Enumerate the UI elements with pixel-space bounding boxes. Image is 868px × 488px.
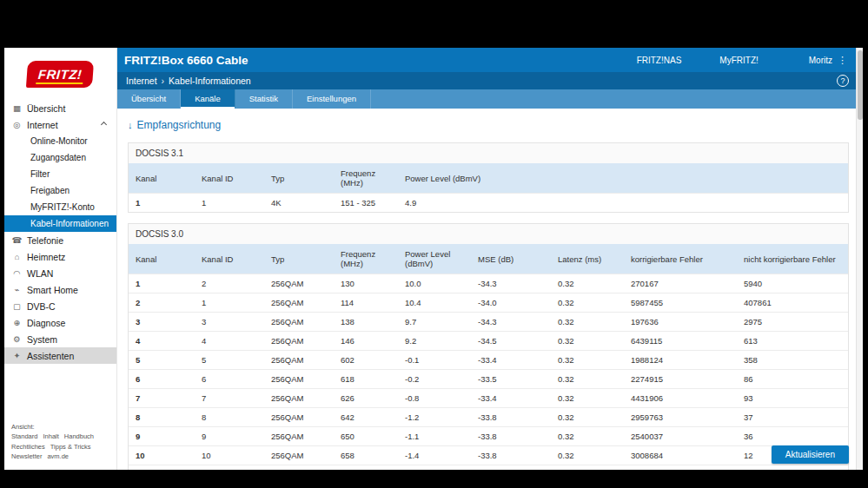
footer-link-ansicht-standard[interactable]: Ansicht: Standard — [11, 423, 37, 441]
table-row: 44256QAM1469.2-34.50.326439115613 — [129, 332, 848, 351]
table-cell: 1 — [195, 293, 264, 313]
table-cell: 0.32 — [551, 465, 624, 471]
tab-kan-le[interactable]: Kanäle — [181, 89, 235, 109]
kebab-menu-icon[interactable]: ⋮ — [838, 55, 847, 66]
table-cell: 2959763 — [624, 408, 737, 427]
table-cell: 4 — [129, 332, 195, 351]
footer-link-newsletter[interactable]: Newsletter — [11, 452, 42, 460]
footer-link-avm-de[interactable]: avm.de — [47, 452, 69, 460]
sidebar-item-smart-home[interactable]: ⌁Smart Home — [4, 281, 116, 298]
table-cell: 7 — [195, 389, 264, 408]
column-header: Power Level (dBmV) — [398, 244, 471, 274]
section-heading[interactable]: ↓ Empfangsrichtung — [128, 119, 849, 131]
table-cell: 0.32 — [551, 332, 624, 351]
table-cell: 0.32 — [551, 408, 624, 427]
table-cell: 10.0 — [398, 274, 471, 293]
table-cell: 2 — [129, 293, 195, 313]
user-name: Moritz — [809, 56, 832, 65]
docsis31-caption: DOCSIS 3.1 — [129, 143, 848, 163]
sidebar-item-assistenten[interactable]: ✦Assistenten — [4, 347, 116, 364]
table-row: 55256QAM602-0.1-33.40.321988124358 — [129, 351, 848, 370]
breadcrumb: Internet › Kabel-Informationen ? — [117, 72, 863, 89]
sidebar-footer: Ansicht: StandardInhaltHandbuchRechtlich… — [4, 419, 116, 471]
logo-container[interactable]: FRITZ! — [4, 48, 116, 100]
header-links: FRITZ!NAS MyFRITZ! — [637, 56, 759, 65]
sidebar-item-freigaben[interactable]: Freigaben — [4, 182, 116, 199]
table-cell: 256QAM — [264, 332, 334, 351]
footer-link-rechtliches[interactable]: Rechtliches — [11, 443, 45, 451]
table-cell: -33.8 — [471, 427, 551, 446]
table-cell: 0.32 — [551, 274, 624, 293]
user-menu[interactable]: Moritz ⋮ — [809, 55, 847, 66]
sidebar-item-internet[interactable]: ◎Internet — [4, 116, 116, 133]
table-cell: 3 — [195, 313, 264, 332]
breadcrumb-section[interactable]: Internet — [126, 76, 157, 86]
sidebar-item-label: Freigaben — [30, 186, 70, 195]
column-header: Frequenz (MHz) — [334, 244, 398, 274]
sidebar-item-filter[interactable]: Filter — [4, 166, 116, 182]
table-cell: 4K — [264, 194, 334, 213]
scrollbar-thumb[interactable] — [858, 50, 863, 120]
table-cell: -0.8 — [398, 389, 471, 408]
myfritz-link[interactable]: MyFRITZ! — [719, 56, 758, 65]
tab-statistik[interactable]: Statistik — [235, 89, 293, 109]
table-cell: 114 — [334, 293, 398, 313]
help-icon[interactable]: ? — [837, 75, 849, 87]
table-cell: 8 — [195, 408, 264, 427]
column-header: Kanal — [129, 244, 195, 274]
sidebar-item-dvb-c[interactable]: ▢DVB-C — [4, 298, 116, 314]
sidebar-item--bersicht[interactable]: ▦Übersicht — [4, 100, 116, 116]
table-cell: 256QAM — [264, 389, 334, 408]
table-cell: -34.3 — [471, 274, 551, 293]
sidebar-item-dvb-c-icon: ▢ — [11, 301, 23, 311]
table-cell: 23 — [737, 465, 848, 471]
docsis31-table: KanalKanal IDTypFrequenz (MHz)Power Leve… — [129, 163, 848, 212]
table-cell: 2540037 — [624, 427, 737, 446]
column-header: Power Level (dBmV) — [398, 163, 848, 194]
vertical-scrollbar[interactable] — [856, 48, 863, 470]
table-cell: -0.1 — [398, 351, 471, 370]
sidebar-item-system[interactable]: ⚙System — [4, 331, 116, 347]
fritz-logo: FRITZ! — [26, 61, 95, 88]
table-cell: 613 — [737, 332, 848, 351]
sidebar-item-diagnose[interactable]: ⊕Diagnose — [4, 314, 116, 331]
table-cell: -33.8 — [471, 408, 551, 427]
fritznas-link[interactable]: FRITZ!NAS — [637, 56, 682, 65]
table-row: 21256QAM11410.4-34.00.325987455407861 — [129, 293, 848, 313]
sidebar-item-online-monitor[interactable]: Online-Monitor — [4, 133, 116, 149]
fritzbox-window: FRITZ! ▦Übersicht◎InternetOnline-Monitor… — [4, 48, 863, 470]
table-cell: 270167 — [624, 274, 737, 293]
tab--bersicht[interactable]: Übersicht — [117, 89, 181, 109]
sidebar-item-heimnetz[interactable]: ⌂Heimnetz — [4, 248, 116, 265]
footer-link-tipps-tricks[interactable]: Tipps & Tricks — [50, 443, 91, 451]
table-cell: -33.5 — [471, 370, 551, 389]
column-header: MSE (dB) — [471, 244, 551, 274]
sidebar-item-telefonie[interactable]: ☎Telefonie — [4, 232, 116, 248]
sidebar-item-wlan[interactable]: ◠WLAN — [4, 265, 116, 281]
main-column: FRITZ!Box 6660 Cable FRITZ!NAS MyFRITZ! … — [117, 48, 863, 470]
table-cell: -1.4 — [398, 446, 471, 465]
sidebar-item-myfritz-konto[interactable]: MyFRITZ!-Konto — [4, 199, 116, 215]
sidebar-item-kabel-informationen[interactable]: Kabel-Informationen — [4, 215, 116, 232]
table-cell: -0.2 — [398, 370, 471, 389]
tab-einstellungen[interactable]: Einstellungen — [293, 89, 371, 109]
sidebar-item-telefonie-icon: ☎ — [11, 235, 23, 245]
refresh-button[interactable]: Aktualisieren — [772, 445, 849, 464]
table-cell: 1 — [129, 274, 195, 293]
sidebar-item-smart-home-icon: ⌁ — [11, 285, 23, 294]
table-cell: 151 - 325 — [334, 194, 398, 213]
footer-link-inhalt[interactable]: Inhalt — [43, 432, 58, 440]
table-cell: -33.4 — [471, 389, 551, 408]
sidebar-item-zugangsdaten[interactable]: Zugangsdaten — [4, 149, 116, 166]
table-cell: 256QAM — [264, 465, 334, 471]
table-cell: 666 — [334, 465, 398, 471]
footer-link-handbuch[interactable]: Handbuch — [64, 432, 94, 440]
sidebar-item-heimnetz-icon: ⌂ — [11, 252, 23, 261]
table-cell: 0.32 — [551, 313, 624, 332]
sidebar-item-system-icon: ⚙ — [11, 334, 23, 344]
docsis30-table: KanalKanal IDTypFrequenz (MHz)Power Leve… — [129, 244, 848, 470]
table-cell: 0.32 — [551, 427, 624, 446]
table-cell: 138 — [334, 313, 398, 332]
column-header: Kanal — [129, 163, 195, 194]
table-cell: 146 — [334, 332, 398, 351]
